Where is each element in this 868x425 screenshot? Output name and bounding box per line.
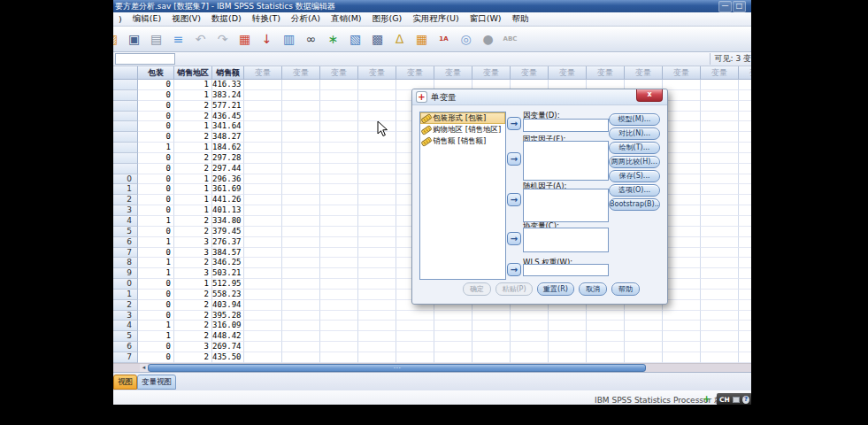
data-cell[interactable]: 0 [138,80,174,90]
data-cell[interactable]: 395.28 [212,311,244,321]
row-number-cell[interactable]: 9 [113,268,138,279]
data-cell[interactable]: 346.25 [212,258,244,268]
data-cell[interactable]: 0 [138,279,174,290]
column-header-variable[interactable]: 变量 [511,66,549,80]
data-cell[interactable] [511,342,549,352]
data-cell[interactable] [358,205,396,216]
data-cell[interactable] [701,248,739,259]
data-cell[interactable] [358,216,396,227]
data-cell[interactable] [549,342,587,352]
menu-view[interactable]: 视图(V) [166,13,206,25]
column-header-variable[interactable]: 变量 [587,66,625,80]
keyboard-icon[interactable] [733,397,740,403]
cancel-button[interactable]: 取消 [579,282,607,296]
data-cell[interactable] [663,321,701,331]
dialog-titlebar[interactable]: + 单变量 x [412,89,667,105]
row-number-cell[interactable]: 2 [113,300,138,311]
menu-help[interactable]: 帮助 [507,13,534,25]
data-cell[interactable] [701,205,739,216]
data-cell[interactable] [739,121,751,132]
data-cell[interactable]: 2 [174,300,212,311]
column-header-variable[interactable]: 变量 [625,66,663,80]
data-cell[interactable] [663,121,701,132]
data-cell[interactable] [663,205,701,216]
data-cell[interactable] [320,112,358,122]
data-cell[interactable] [282,101,320,112]
column-header-xiaoshoue[interactable]: 销售额 [212,66,244,80]
goto-case-button[interactable]: ▦ [234,28,256,50]
data-cell[interactable]: 2 [174,132,212,143]
data-cell[interactable] [320,101,358,112]
data-cell[interactable]: 297.28 [212,153,244,164]
row-number-cell[interactable] [113,121,138,132]
plots-button[interactable]: 绘制(T)... [609,142,660,154]
show-all-cases-button[interactable]: ● [477,28,499,50]
data-cell[interactable]: 2 [174,290,212,300]
data-cell[interactable] [739,300,751,311]
data-cell[interactable] [282,153,320,164]
data-cell[interactable] [587,342,625,352]
data-cell[interactable]: 558.23 [212,290,244,300]
value-labels-button[interactable]: ▦ [411,28,433,50]
data-cell[interactable] [472,331,511,342]
move-dependent-arrow-button[interactable]: → [507,117,521,130]
data-cell[interactable] [282,80,320,90]
data-cell[interactable] [282,300,320,311]
data-cell[interactable] [244,248,282,259]
row-number-cell[interactable] [113,80,138,90]
data-cell[interactable]: 1 [138,331,174,342]
data-cell[interactable] [663,132,701,143]
row-number-cell[interactable] [113,101,138,112]
data-cell[interactable] [282,143,320,153]
data-cell[interactable] [701,112,739,122]
data-cell[interactable] [511,352,549,363]
data-cell[interactable] [587,352,625,363]
data-cell[interactable] [244,90,282,101]
data-cell[interactable]: 3 [174,237,212,248]
data-cell[interactable] [701,237,739,248]
column-header-variable[interactable]: 变量 [320,66,358,80]
data-cell[interactable] [511,331,549,342]
menu-direct-marketing[interactable]: 直销(M) [326,13,367,25]
data-cell[interactable] [701,342,739,352]
row-number-cell[interactable]: 5 [113,227,138,237]
data-cell[interactable] [739,143,751,153]
move-fixed-factors-arrow-button[interactable]: → [507,152,521,166]
data-cell[interactable]: 2 [174,331,212,342]
data-cell[interactable] [739,205,751,216]
data-cell[interactable] [320,248,358,259]
data-cell[interactable] [434,321,472,331]
data-cell[interactable] [511,321,549,331]
spelling-button[interactable]: ABC [499,28,521,50]
data-cell[interactable] [320,121,358,132]
data-cell[interactable] [739,153,751,164]
data-cell[interactable]: 0 [138,174,174,185]
data-cell[interactable]: 401.13 [212,205,244,216]
data-cell[interactable]: 0 [138,112,174,122]
dialog-close-button[interactable]: x [636,89,663,102]
dialog-recall-button[interactable]: ≡ [167,28,189,50]
source-variable-list[interactable]: 包装形式 [包装]购物地区 [销售地区]销售额 [销售额] [419,112,506,280]
data-cell[interactable]: 2 [174,321,212,331]
data-cell[interactable] [282,258,320,268]
row-number-cell[interactable] [113,164,138,174]
data-cell[interactable]: 379.45 [212,227,244,237]
post-hoc-button[interactable]: 两两比较(H)... [609,156,660,168]
reset-button[interactable]: 重置(R) [537,282,574,296]
data-cell[interactable] [320,184,358,195]
data-cell[interactable] [701,290,739,300]
data-cell[interactable] [282,121,320,132]
data-cell[interactable]: 0 [138,184,174,195]
column-header-variable[interactable]: 变量 [244,66,282,80]
column-header-variable[interactable]: 变量 [472,66,511,80]
data-cell[interactable]: 3 [174,268,212,279]
row-number-cell[interactable]: 7 [113,352,138,363]
data-cell[interactable] [358,174,396,185]
data-cell[interactable] [739,268,751,279]
column-header-rownum[interactable] [113,66,138,80]
data-cell[interactable] [701,321,739,331]
covariates-field[interactable] [523,228,609,252]
data-cell[interactable]: 1 [174,205,212,216]
data-cell[interactable] [320,331,358,342]
data-cell[interactable] [663,342,701,352]
